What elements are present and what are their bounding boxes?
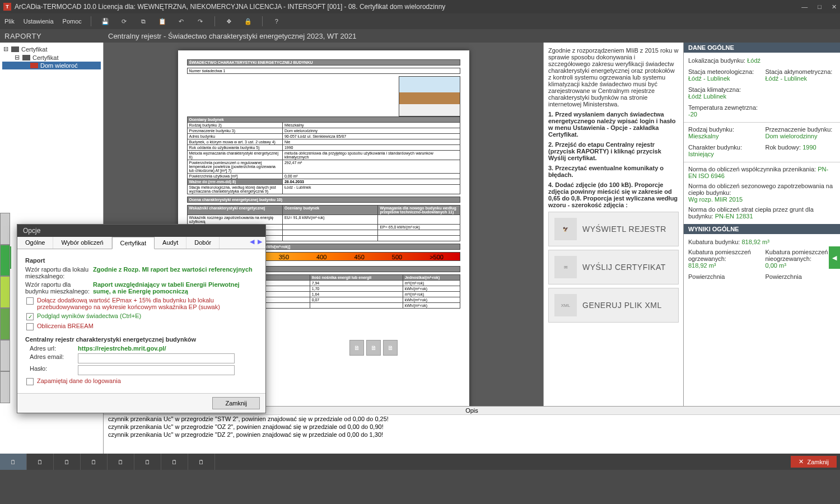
dialog-footer: Zamknij	[17, 393, 265, 413]
status-tab-1[interactable]: 🗒	[0, 454, 27, 470]
doc-icon	[22, 55, 30, 60]
tab-certyfikat[interactable]: Certyfikat	[112, 237, 155, 249]
message-line: czynnik przenikania Uc" w przegrodzie "O…	[104, 423, 840, 431]
status-tab-2[interactable]: 🗒	[27, 454, 54, 470]
collapse-icon[interactable]: ⊟	[15, 54, 20, 61]
doc-btn-3[interactable]: 🗎	[383, 340, 398, 356]
redo-icon[interactable]: ↷	[195, 16, 206, 26]
flag-icon	[30, 63, 38, 68]
statusbar: 🗒 🗒 🗒 🗒 🗒 🗒 🗒 🗒 ✕ Zamknij	[0, 454, 840, 470]
strip-item[interactable]	[0, 245, 10, 277]
properties-panel: DANE OGÓLNE Lokalizacja budynku: Łódź St…	[683, 43, 840, 406]
titlebar: T ArCADia-TERMOCAD 10.0 Licencja dla: WE…	[0, 0, 840, 13]
doc-action-buttons: 🗎 🗎 🗎	[349, 340, 398, 356]
dialog-close-button[interactable]: Zamknij	[212, 397, 260, 409]
subheader: RAPORTY Centralny rejestr - Świadectwo c…	[0, 29, 840, 43]
strip-item[interactable]	[0, 340, 10, 372]
copy-icon[interactable]: ⧉	[138, 16, 148, 26]
checkbox-podglad[interactable]: ✓Podgląd wyników świadectwa (Ctrl+E)	[26, 312, 258, 320]
status-tab-5[interactable]: 🗒	[108, 454, 134, 470]
doc-icon	[11, 46, 19, 52]
tree-node[interactable]: ⊟Certyfikat	[2, 53, 101, 62]
refresh-icon[interactable]: ⟳	[119, 16, 129, 26]
strip-item[interactable]	[0, 276, 10, 308]
doc-btn-2[interactable]: 🗎	[366, 340, 381, 356]
layers-icon[interactable]: ❖	[224, 16, 234, 26]
message-line: czynnik przenikania Uc" w przegrodzie "S…	[104, 415, 840, 423]
checkbox-remember[interactable]: Zapamiętaj dane do logowania	[26, 377, 258, 385]
status-tab-4[interactable]: 🗒	[81, 454, 108, 470]
color-strip	[0, 213, 10, 403]
maximize-icon[interactable]: □	[818, 3, 822, 11]
breadcrumb: Centralny rejestr - Świadectwo charakter…	[104, 32, 356, 40]
tab-dobor[interactable]: Dobór	[186, 237, 220, 249]
panel-heading: WYNIKI OGÓLNE	[684, 224, 840, 234]
section-title: RAPORTY	[0, 32, 104, 40]
next-tab-icon[interactable]: ▶	[256, 238, 263, 248]
collapse-icon[interactable]: ⊟	[3, 45, 9, 53]
lock-icon[interactable]: 🔒	[243, 16, 253, 26]
send-cert-button[interactable]: ✉WYŚLIJ CERTYFIKAT	[548, 250, 679, 284]
registry-icon: 🦅	[554, 218, 577, 240]
strip-item[interactable]	[0, 308, 10, 340]
checkbox-breeam[interactable]: Obliczenia BREEAM	[26, 323, 258, 330]
help-icon[interactable]: ?	[272, 16, 282, 26]
instructions-panel: Zgodnie z rozporządzeniem MIiB z 2015 ro…	[543, 43, 683, 406]
doc-btn-1[interactable]: 🗎	[349, 340, 364, 356]
show-registry-button[interactable]: 🦅WYŚWIETL REJESTR	[548, 212, 679, 246]
menu-pomoc[interactable]: Pomoc	[63, 18, 82, 25]
status-tab-6[interactable]: 🗒	[134, 454, 161, 470]
prev-tab-icon[interactable]: ◀	[249, 238, 255, 248]
email-field[interactable]	[78, 353, 235, 363]
options-dialog: Opcje Ogólne Wybór obliczeń Certyfikat A…	[17, 224, 266, 413]
close-icon[interactable]: ✕	[832, 3, 837, 11]
tree-node-selected[interactable]: Dom wieloroć	[2, 62, 101, 69]
status-tab-7[interactable]: 🗒	[161, 454, 188, 470]
dialog-body: Raport Wzór raportu dla lokalu mieszkaln…	[17, 249, 265, 393]
menubar: Plik Ustawienia Pomoc 💾 ⟳ ⧉ 📋 ↶ ↷ ❖ 🔒 ?	[0, 13, 840, 29]
status-tab-3[interactable]: 🗒	[54, 454, 81, 470]
panel-toggle-right[interactable]: ◀	[829, 246, 840, 269]
close-button[interactable]: ✕ Zamknij	[791, 456, 837, 468]
menu-plik[interactable]: Plik	[4, 18, 15, 25]
tab-wybor[interactable]: Wybór obliczeń	[53, 237, 111, 249]
minimize-icon[interactable]: —	[801, 3, 808, 11]
password-field[interactable]	[78, 365, 235, 375]
xml-icon: XML	[554, 294, 577, 316]
status-tab-8[interactable]: 🗒	[188, 454, 215, 470]
generate-xml-button[interactable]: XMLGENERUJ PLIK XML	[548, 288, 679, 323]
tab-ogolne[interactable]: Ogólne	[17, 237, 53, 249]
window-title: ArCADia-TERMOCAD 10.0 Licencja dla: WEWN…	[15, 3, 801, 11]
paste-icon[interactable]: 📋	[157, 16, 167, 26]
tree-node[interactable]: ⊟Certyfikat	[2, 45, 101, 53]
panel-heading: DANE OGÓLNE	[684, 43, 840, 53]
menu-ustawienia[interactable]: Ustawienia	[24, 18, 54, 25]
dialog-title: Opcje	[17, 225, 265, 237]
window-controls: — □ ✕	[801, 3, 837, 11]
strip-item[interactable]	[0, 213, 10, 245]
app-icon: T	[3, 3, 11, 11]
dialog-tabs: Ogólne Wybór obliczeń Certyfikat Audyt D…	[17, 237, 265, 249]
send-icon: ✉	[554, 256, 577, 278]
building-photo	[399, 76, 460, 116]
strip-item[interactable]	[0, 371, 10, 403]
message-line: czynnik przenikania Uc" w przegrodzie "D…	[104, 431, 840, 438]
undo-icon[interactable]: ↶	[176, 16, 186, 26]
tab-audyt[interactable]: Audyt	[155, 237, 186, 249]
save-icon[interactable]: 💾	[100, 16, 110, 26]
checkbox-epmax[interactable]: Dołącz dodatkową wartość EPmax + 15% dla…	[26, 297, 258, 310]
